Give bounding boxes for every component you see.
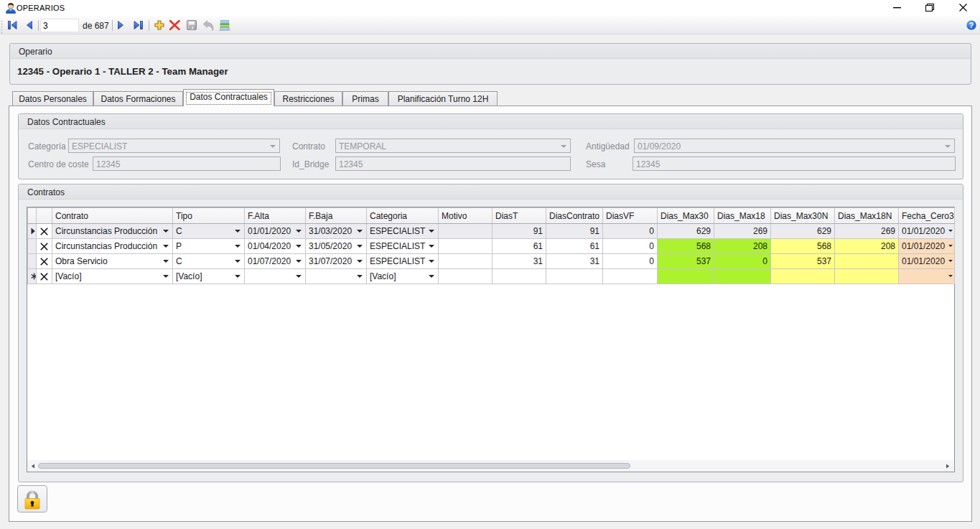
svg-text:?: ? bbox=[969, 21, 974, 29]
